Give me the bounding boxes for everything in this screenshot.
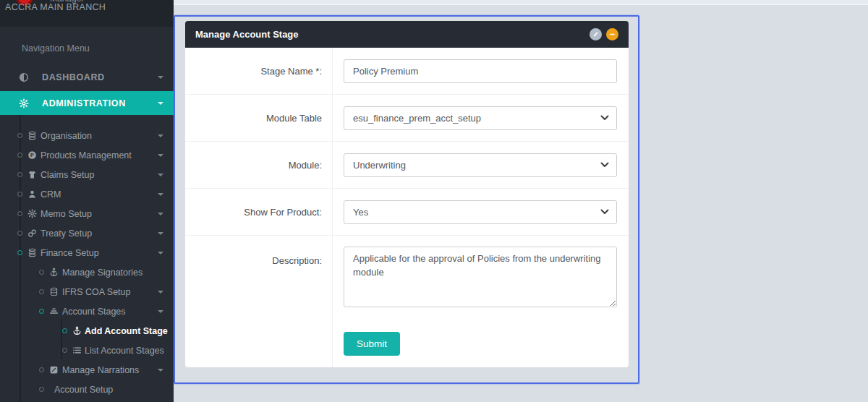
sidebar-item-label: Add Account Stage bbox=[85, 326, 168, 336]
sidebar-item-manage-signatories[interactable]: Manage Signatories bbox=[0, 262, 174, 282]
sidebar-item-memo-setup[interactable]: Memo Setup bbox=[0, 204, 174, 223]
panel-settings-button[interactable] bbox=[590, 28, 602, 40]
menu-marker bbox=[17, 153, 22, 158]
sidebar-item-label: CRM bbox=[41, 189, 61, 200]
module-table-label: Module Table bbox=[185, 95, 332, 141]
sidebar-item-label: Organisation bbox=[41, 131, 92, 141]
top-strip bbox=[174, 0, 868, 5]
menu-marker bbox=[17, 250, 22, 255]
sidebar-item-label: DASHBOARD bbox=[42, 72, 105, 82]
sidebar-item-label: IFRS COA Setup bbox=[62, 287, 130, 297]
menu-marker bbox=[17, 172, 22, 177]
caret-down-icon bbox=[158, 369, 163, 372]
edit-icon bbox=[49, 365, 59, 375]
sidebar-item-organisation[interactable]: Organisation bbox=[0, 126, 174, 145]
stage-name-input[interactable] bbox=[344, 59, 617, 83]
description-textarea[interactable]: Applicable for the approval of Policies … bbox=[344, 247, 617, 307]
menu-marker bbox=[62, 348, 67, 353]
menu-marker bbox=[39, 270, 44, 275]
form-row-show-for-product: Show For Product: Yes bbox=[185, 189, 629, 236]
menu-marker bbox=[39, 367, 44, 372]
sidebar-item-account-setup[interactable]: Account Setup bbox=[0, 380, 174, 399]
sidebar-item-label: Treaty Setup bbox=[41, 228, 92, 239]
panel-collapse-button[interactable] bbox=[606, 28, 618, 40]
user-icon bbox=[27, 189, 37, 199]
form-row-module: Module: Underwriting bbox=[185, 142, 629, 189]
menu-marker bbox=[39, 309, 44, 314]
database-icon bbox=[49, 287, 59, 296]
nav-menu-header: Navigation Menu bbox=[22, 43, 90, 54]
menu-marker bbox=[17, 231, 22, 236]
caret-down-icon bbox=[158, 310, 163, 313]
main-content: Manage Account Stage Stage Name *: bbox=[174, 0, 868, 402]
sidebar-item-products-management[interactable]: P Products Management bbox=[0, 145, 174, 165]
sidebar-item-crm[interactable]: CRM bbox=[0, 184, 174, 204]
sidebar-item-add-account-stage[interactable]: Add Account Stage bbox=[0, 321, 174, 341]
gear-icon bbox=[27, 209, 37, 218]
sidebar-item-label: Account Setup bbox=[54, 385, 113, 395]
menu-marker bbox=[62, 328, 67, 333]
gear-icon bbox=[19, 98, 29, 108]
submit-button[interactable]: Submit bbox=[344, 332, 400, 356]
show-for-product-label: Show For Product: bbox=[185, 189, 332, 235]
module-select[interactable]: Underwriting bbox=[344, 153, 617, 177]
stages-icon bbox=[49, 307, 59, 316]
coins-icon bbox=[27, 131, 37, 140]
wrench-icon bbox=[592, 30, 600, 38]
sidebar-item-label: ADMINISTRATION bbox=[42, 98, 126, 108]
caret-down-icon bbox=[158, 193, 163, 196]
sidebar-item-label: Account Stages bbox=[62, 307, 126, 317]
sidebar-item-label: Products Management bbox=[41, 150, 132, 161]
minus-icon bbox=[608, 30, 616, 38]
brand-area: Manager ACCRA MAIN BRANCH bbox=[0, 0, 174, 27]
caret-down-icon bbox=[158, 213, 163, 215]
sidebar: Manager ACCRA MAIN BRANCH Navigation Men… bbox=[0, 0, 174, 402]
manage-account-stage-panel: Manage Account Stage Stage Name *: bbox=[185, 21, 629, 367]
list-icon bbox=[72, 346, 82, 355]
sidebar-item-account-stages[interactable]: Account Stages bbox=[0, 302, 174, 321]
branch-name: ACCRA MAIN BRANCH bbox=[5, 2, 106, 12]
menu-marker bbox=[17, 192, 22, 197]
sidebar-item-label: Manage Signatories bbox=[62, 268, 142, 278]
sidebar-item-label: List Account Stages bbox=[85, 346, 164, 356]
form-row-module-table: Module Table esu_finance_prem_acct_setup bbox=[185, 95, 629, 142]
module-label: Module: bbox=[185, 142, 332, 188]
caret-down-icon bbox=[158, 252, 163, 255]
sidebar-item-ifrs-coa-setup[interactable]: IFRS COA Setup bbox=[0, 282, 174, 302]
menu-marker bbox=[17, 133, 22, 138]
dashboard-icon bbox=[19, 72, 29, 82]
sidebar-item-manage-narrations[interactable]: Manage Narrations bbox=[0, 360, 174, 380]
panel-header: Manage Account Stage bbox=[185, 21, 629, 48]
sidebar-item-list-account-stages[interactable]: List Account Stages bbox=[0, 341, 174, 360]
menu-marker bbox=[39, 289, 44, 294]
svg-text:P: P bbox=[30, 152, 34, 158]
sidebar-item-treaty-setup[interactable]: Treaty Setup bbox=[0, 223, 174, 243]
description-label: Description: bbox=[185, 236, 332, 367]
module-table-select[interactable]: esu_finance_prem_acct_setup bbox=[344, 106, 617, 130]
sidebar-item-administration[interactable]: ADMINISTRATION bbox=[0, 91, 174, 115]
show-for-product-select[interactable]: Yes bbox=[344, 200, 617, 224]
menu-marker bbox=[17, 211, 22, 216]
form-row-stage-name: Stage Name *: bbox=[185, 48, 629, 95]
caret-down-icon bbox=[158, 102, 163, 105]
anchor-icon bbox=[49, 268, 59, 277]
caret-down-icon bbox=[158, 154, 163, 157]
panel-body: Stage Name *: Module Table esu_finance_p… bbox=[185, 48, 629, 367]
sidebar-item-label: Finance Setup bbox=[41, 248, 99, 258]
panel-title: Manage Account Stage bbox=[195, 29, 299, 40]
sidebar-item-dashboard[interactable]: DASHBOARD bbox=[0, 64, 174, 90]
menu-marker bbox=[39, 387, 44, 392]
administration-submenu: Organisation P Products Management Claim… bbox=[0, 126, 174, 399]
sidebar-item-claims-setup[interactable]: Claims Setup bbox=[0, 165, 174, 184]
links-icon bbox=[27, 228, 37, 238]
sidebar-item-label: Memo Setup bbox=[41, 209, 92, 219]
shirt-icon bbox=[27, 170, 37, 179]
p-circle-icon: P bbox=[27, 150, 37, 160]
caret-down-icon bbox=[158, 134, 163, 137]
anchor-icon bbox=[72, 326, 82, 335]
caret-down-icon bbox=[158, 174, 163, 176]
coins-icon bbox=[27, 248, 37, 257]
sidebar-item-label: Claims Setup bbox=[41, 170, 94, 180]
caret-down-icon bbox=[158, 76, 163, 79]
sidebar-item-finance-setup[interactable]: Finance Setup bbox=[0, 243, 174, 262]
